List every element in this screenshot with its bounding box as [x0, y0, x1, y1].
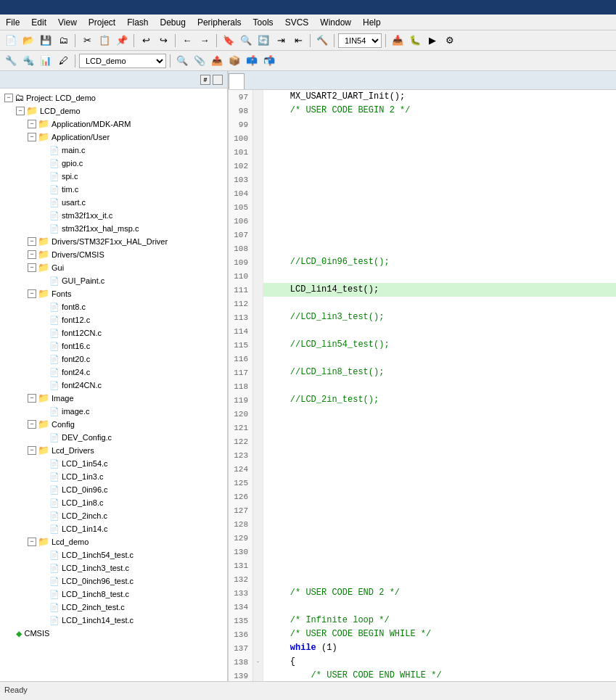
code-content[interactable]	[263, 379, 274, 393]
settings-btn[interactable]: ⚙	[442, 33, 458, 49]
tree-item[interactable]: 📄LCD_2inch_test.c	[1, 601, 226, 614]
tree-item[interactable]: 📄image.c	[1, 405, 226, 418]
menu-item-file[interactable]: File	[0, 16, 25, 29]
undo-btn[interactable]: ↩	[138, 33, 154, 49]
code-content[interactable]: LCD_lin14_test();	[263, 283, 379, 297]
save-all-btn[interactable]: 🗂	[55, 33, 71, 49]
expand-icon[interactable]: −	[28, 237, 36, 246]
tree-item[interactable]: −📁Application/User	[1, 131, 226, 144]
code-content[interactable]: //LCD_2in_test();	[263, 393, 379, 407]
expand-icon[interactable]: −	[16, 107, 25, 115]
tree-item[interactable]: −📁Application/MDK-ARM	[1, 118, 226, 131]
tree-item[interactable]: 📄tim.c	[1, 183, 226, 196]
tree-item[interactable]: 📄LCD_2inch.c	[1, 509, 226, 522]
code-content[interactable]: /* USER CODE BEGIN 2 */	[263, 104, 410, 118]
code-content[interactable]	[263, 407, 274, 421]
t2-btn8[interactable]: 📦	[226, 53, 242, 69]
run-btn[interactable]: ▶	[424, 33, 440, 49]
tab-main-c[interactable]	[229, 73, 245, 89]
tree-item[interactable]: ◆CMSIS	[1, 627, 226, 640]
menu-item-project[interactable]: Project	[83, 16, 121, 29]
expand-icon[interactable]: −	[28, 420, 36, 429]
t2-btn4[interactable]: 🖊	[55, 53, 71, 69]
code-content[interactable]	[263, 435, 274, 448]
code-content[interactable]: //LCD_0in96_test();	[263, 255, 390, 269]
menu-item-debug[interactable]: Debug	[155, 16, 192, 29]
expand-icon[interactable]: −	[28, 289, 36, 298]
expand-icon[interactable]: −	[28, 394, 36, 403]
code-content[interactable]	[263, 173, 274, 186]
expand-icon[interactable]: −	[28, 133, 36, 141]
code-content[interactable]	[263, 269, 274, 283]
copy-btn[interactable]: 📋	[96, 33, 112, 49]
code-content[interactable]: //LCD_lin54_test();	[263, 338, 390, 352]
code-content[interactable]	[263, 297, 274, 310]
tree-item[interactable]: 📄usart.c	[1, 196, 226, 209]
bookmark-btn[interactable]: 🔖	[221, 33, 237, 49]
expand-icon[interactable]: −	[28, 446, 36, 455]
code-content[interactable]: while (1)	[263, 641, 337, 655]
target-dropdown[interactable]: 1IN54	[338, 33, 382, 48]
t2-btn2[interactable]: 🔩	[20, 53, 36, 69]
code-content[interactable]: /* USER CODE BEGIN WHILE */	[263, 627, 431, 641]
menu-item-tools[interactable]: Tools	[247, 16, 279, 29]
code-content[interactable]: /* Infinite loop */	[263, 614, 390, 627]
code-content[interactable]	[263, 476, 274, 490]
expand-icon[interactable]: −	[28, 263, 36, 272]
tree-item[interactable]: 📄LCD_0inch96_test.c	[1, 575, 226, 588]
tree-item[interactable]: −🗂Project: LCD_demo	[1, 91, 226, 104]
tree-item[interactable]: 📄LCD_1in3.c	[1, 470, 226, 483]
t2-btn10[interactable]: 📬	[261, 53, 277, 69]
code-content[interactable]	[263, 131, 274, 145]
code-content[interactable]	[263, 462, 274, 476]
code-content[interactable]	[263, 448, 274, 462]
menu-item-edit[interactable]: Edit	[25, 16, 52, 29]
code-content[interactable]	[263, 228, 274, 242]
code-content[interactable]: MX_USART2_UART_Init();	[263, 90, 405, 104]
code-content[interactable]	[263, 159, 274, 173]
code-content[interactable]	[263, 572, 274, 586]
indent-btn[interactable]: ⇥	[273, 33, 289, 49]
code-content[interactable]	[263, 559, 274, 572]
tree-item[interactable]: 📄LCD_1in8.c	[1, 496, 226, 509]
menu-item-window[interactable]: Window	[314, 16, 357, 29]
tree-item[interactable]: 📄LCD_1inch14_test.c	[1, 614, 226, 627]
project-dropdown[interactable]: LCD_demo	[79, 54, 166, 68]
nav-fwd-btn[interactable]: →	[197, 33, 213, 49]
unindent-btn[interactable]: ⇤	[290, 33, 306, 49]
code-content[interactable]	[263, 503, 274, 517]
tree-item[interactable]: 📄font16.c	[1, 339, 226, 353]
paste-btn[interactable]: 📌	[114, 33, 130, 49]
code-content[interactable]	[263, 531, 274, 545]
t2-btn5[interactable]: 🔍	[174, 53, 190, 69]
code-content[interactable]	[263, 352, 274, 366]
t2-btn6[interactable]: 📎	[192, 53, 208, 69]
tree-item[interactable]: 📄LCD_1inch3_test.c	[1, 561, 226, 575]
code-content[interactable]	[263, 242, 274, 255]
tree-item[interactable]: 📄LCD_1inch54_test.c	[1, 548, 226, 561]
code-editor[interactable]: 97 MX_USART2_UART_Init();98 /* USER CODE…	[229, 90, 616, 681]
fold-gutter[interactable]: -	[253, 655, 263, 669]
cut-btn[interactable]: ✂	[79, 33, 95, 49]
code-content[interactable]: //LCD_lin8_test();	[263, 366, 384, 379]
expand-icon[interactable]: −	[28, 538, 36, 546]
code-content[interactable]	[263, 421, 274, 435]
t2-btn3[interactable]: 📊	[38, 53, 54, 69]
tree-item[interactable]: −📁Gui	[1, 261, 226, 274]
tree-item[interactable]: −📁Drivers/STM32F1xx_HAL_Driver	[1, 235, 226, 248]
tree-item[interactable]: 📄LCD_1inch8_test.c	[1, 588, 226, 601]
t2-btn7[interactable]: 📤	[209, 53, 225, 69]
tree-item[interactable]: 📄gpio.c	[1, 157, 226, 170]
code-content[interactable]	[263, 600, 274, 614]
tree-item[interactable]: 📄spi.c	[1, 170, 226, 183]
tree-item[interactable]: 📄font12.c	[1, 313, 226, 326]
close-btn[interactable]	[213, 75, 223, 85]
tree-item[interactable]: 📄font20.c	[1, 353, 226, 366]
tree-item[interactable]: −📁Fonts	[1, 287, 226, 300]
tree-item[interactable]: 📄DEV_Config.c	[1, 431, 226, 444]
replace-btn[interactable]: 🔄	[255, 33, 271, 49]
nav-back-btn[interactable]: ←	[179, 33, 195, 49]
menu-item-view[interactable]: View	[52, 16, 83, 29]
code-content[interactable]: /* USER CODE END WHILE */	[263, 669, 442, 681]
code-content[interactable]	[263, 186, 274, 200]
